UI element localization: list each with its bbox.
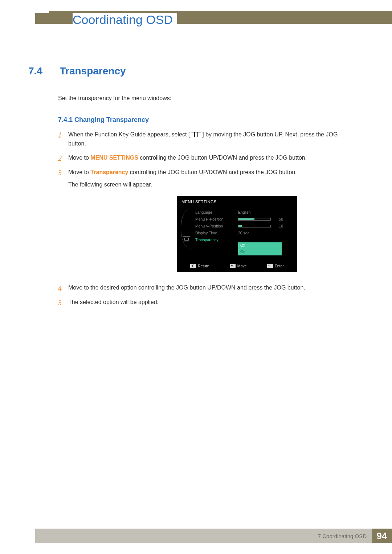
osd-row-vposition: Menu V-Position : 10 [195,222,293,229]
step-text: Move to MENU SETTINGS controlling the JO… [68,153,307,163]
osd-body: Language : English Menu H-Position : 50 [177,209,297,259]
osd-hint-return: ◂▯Return [190,263,209,269]
step-2: 2 Move to MENU SETTINGS controlling the … [58,153,356,163]
step-text: Move to the desired option controlling t… [68,283,305,293]
osd-screenshot: MENU SETTINGS Language : [177,196,297,272]
osd-row-language: Language : English [195,209,293,216]
subsection-heading: 7.4.1 Changing Transparency [58,116,356,124]
section-number: 7.4 [28,65,58,77]
osd-hint-move: ✥Move [230,263,247,269]
step-number: 1 [58,130,68,148]
page-content: 7.4 Transparency Set the transparency fo… [28,65,356,312]
slider-bar [238,218,271,221]
enter-key-icon: ↵ [267,264,273,268]
slider-bar [238,225,271,227]
footer-chapter: 7 Coordinating OSD [318,533,372,539]
intro-text: Set the transparency for the menu window… [58,95,356,102]
step-number: 4 [58,283,68,293]
osd-side [181,209,192,255]
osd-row-displaytime: Display Time : 20 sec [195,229,293,236]
osd-row-hposition: Menu H-Position : 50 [195,216,293,222]
step-4: 4 Move to the desired option controlling… [58,283,356,293]
step-text: The selected option will be applied. [68,298,159,307]
step-5: 5 The selected option will be applied. [58,298,356,307]
step-text: Move to Transparency controlling the JOG… [68,168,297,278]
page-footer: 7 Coordinating OSD 94 [35,529,392,543]
osd-rows: Language : English Menu H-Position : 50 [192,209,293,255]
step-number: 5 [58,298,68,307]
osd-category-icon [183,236,190,242]
osd-option-off: Off [238,242,282,249]
osd-dropdown: Off On [238,242,282,255]
step-text: When the Function Key Guide appears, sel… [68,130,356,148]
osd-title: MENU SETTINGS [177,196,297,209]
step-number: 2 [58,153,68,163]
menu-icon [191,132,201,137]
osd-option-on: On [238,249,282,255]
osd-footer: ◂▯Return ✥Move ↵Enter [177,260,297,272]
steps-list: 1 When the Function Key Guide appears, s… [58,130,356,307]
move-key-icon: ✥ [230,264,236,268]
step-1: 1 When the Function Key Guide appears, s… [58,130,356,148]
return-key-icon: ◂▯ [190,264,196,268]
step-3: 3 Move to Transparency controlling the J… [58,168,356,278]
page-number: 94 [372,529,392,543]
osd-hint-enter: ↵Enter [267,263,284,269]
chapter-title: Coordinating OSD [73,13,177,30]
step-number: 3 [58,168,68,278]
section-heading: 7.4 Transparency [28,65,356,77]
section-title: Transparency [60,65,126,77]
